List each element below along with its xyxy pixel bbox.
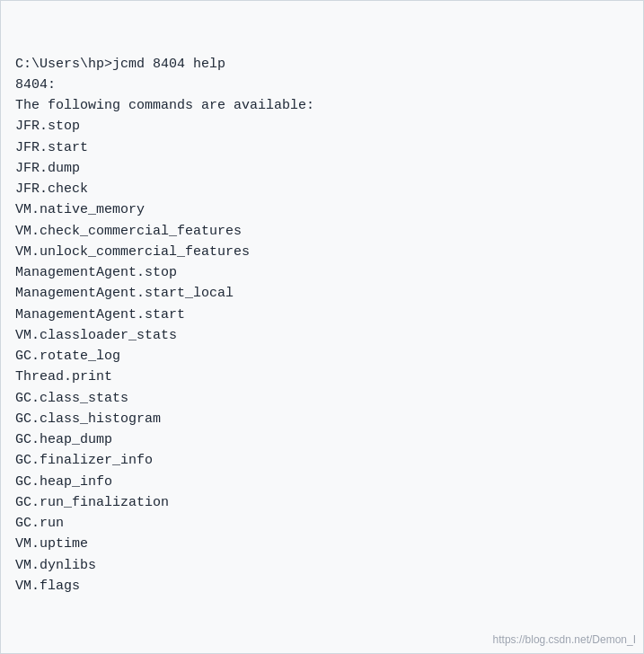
terminal-line: VM.unlock_commercial_features <box>15 242 629 262</box>
terminal-line: JFR.stop <box>15 116 629 137</box>
terminal-line: GC.class_histogram <box>15 409 629 429</box>
watermark: https://blog.csdn.net/Demon_I <box>493 633 636 646</box>
terminal-line: ManagementAgent.start_local <box>15 283 629 304</box>
terminal-line: GC.run <box>15 513 629 534</box>
terminal-line: VM.check_commercial_features <box>15 221 629 242</box>
terminal-line: GC.run_finalization <box>15 492 629 513</box>
terminal-line: VM.dynlibs <box>15 555 629 576</box>
terminal-line: JFR.start <box>15 137 629 158</box>
terminal-line: JFR.dump <box>15 158 629 179</box>
terminal-window: C:\Users\hp>jcmd 8404 help8404:The follo… <box>0 0 644 654</box>
terminal-line: ManagementAgent.stop <box>15 262 629 283</box>
terminal-line: VM.uptime <box>15 534 629 554</box>
terminal-line: GC.finalizer_info <box>15 450 629 471</box>
terminal-line: VM.classloader_stats <box>15 325 629 346</box>
terminal-line: GC.class_stats <box>15 388 629 409</box>
terminal-line: Thread.print <box>15 367 629 387</box>
terminal-line: The following commands are available: <box>15 95 629 116</box>
terminal-line: JFR.check <box>15 179 629 199</box>
terminal-line: VM.flags <box>15 576 629 597</box>
terminal-output: C:\Users\hp>jcmd 8404 help8404:The follo… <box>15 12 629 597</box>
terminal-line: GC.heap_info <box>15 472 629 492</box>
terminal-line: VM.native_memory <box>15 199 629 220</box>
terminal-line: GC.rotate_log <box>15 346 629 367</box>
terminal-line: ManagementAgent.start <box>15 305 629 325</box>
terminal-line: C:\Users\hp>jcmd 8404 help <box>15 54 629 75</box>
terminal-line: GC.heap_dump <box>15 429 629 450</box>
terminal-line: 8404: <box>15 75 629 95</box>
